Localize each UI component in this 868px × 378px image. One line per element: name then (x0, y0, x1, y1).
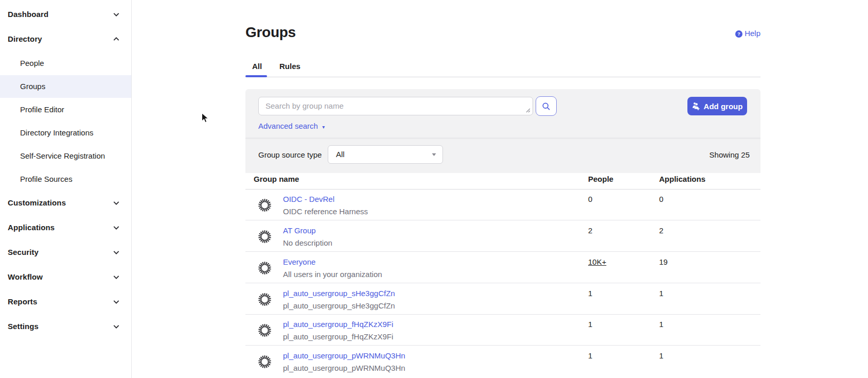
svg-text:?: ? (737, 31, 740, 37)
